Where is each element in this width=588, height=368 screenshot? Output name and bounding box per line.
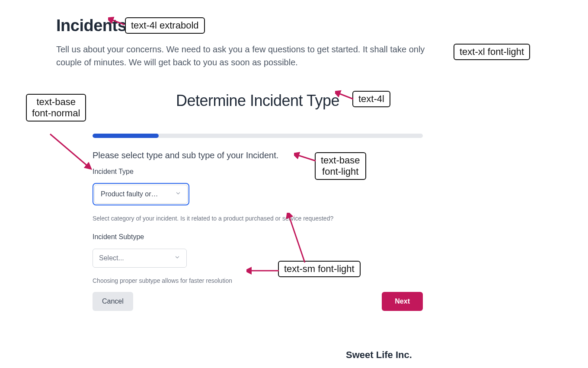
form-instruction: Please select type and sub type of your …	[93, 150, 423, 160]
annotation-label: text-sm font-light	[278, 261, 361, 277]
incident-type-label: Incident Type	[93, 168, 423, 176]
annotation-arrow-icon	[46, 130, 93, 173]
page-title: Incidents	[56, 16, 126, 35]
incident-subtype-placeholder: Select...	[99, 254, 124, 262]
incident-type-value: Product faulty or…	[101, 190, 158, 198]
next-button[interactable]: Next	[382, 292, 423, 311]
chevron-down-icon	[174, 254, 180, 262]
annotation-label: text-4l extrabold	[125, 17, 205, 34]
footer-company: Sweet Life Inc.	[346, 349, 412, 361]
annotation-label: text-basefont-normal	[26, 94, 86, 122]
incident-type-helper: Select category of your incident. Is it …	[93, 215, 423, 222]
incident-type-field: Product faulty or…	[93, 183, 189, 205]
chevron-down-icon	[175, 190, 181, 198]
progress-fill	[93, 134, 159, 138]
annotation-label: text-4l	[352, 91, 390, 107]
incident-subtype-select[interactable]: Select...	[93, 249, 187, 268]
incident-form: Determine Incident Type Please select ty…	[93, 92, 423, 311]
page-subtitle: Tell us about your concerns. We need to …	[56, 43, 450, 69]
form-actions: Cancel Next	[93, 292, 423, 311]
progress-bar	[93, 134, 423, 138]
incident-subtype-helper: Choosing proper subtype allows for faste…	[93, 277, 423, 284]
incident-subtype-label: Incident Subtype	[93, 233, 423, 241]
svg-line-5	[50, 134, 88, 166]
annotation-label: text-basefont-light	[315, 152, 366, 180]
incident-type-select[interactable]: Product faulty or…	[94, 185, 188, 204]
incident-subtype-field: Select...	[93, 249, 187, 268]
annotation-label: text-xl font-light	[454, 44, 530, 60]
cancel-button[interactable]: Cancel	[93, 292, 133, 311]
